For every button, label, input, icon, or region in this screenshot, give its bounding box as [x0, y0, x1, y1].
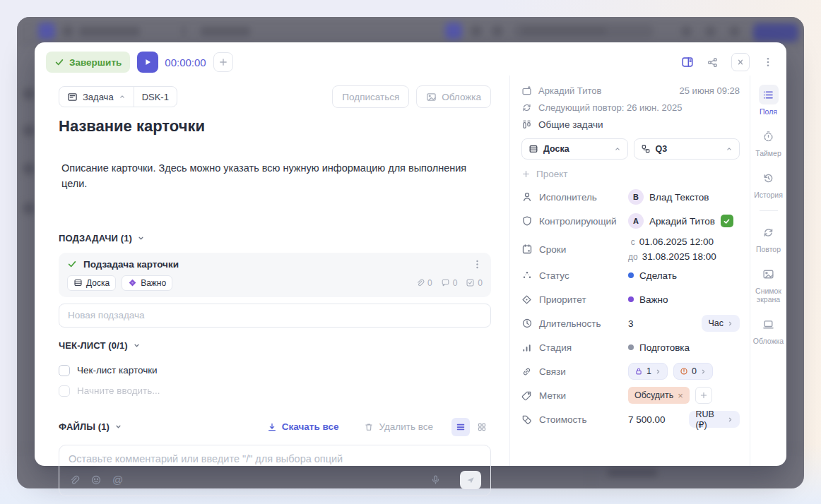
card-description[interactable]: Описание карточки. Здесь можно указать в… [59, 161, 491, 192]
modal-toolbar: Завершить 00:00:00 [35, 42, 786, 73]
currency-label: RUB (₽) [695, 409, 723, 430]
delete-all-label: Удалить все [379, 421, 433, 432]
subtask-board-tag[interactable]: Доска [67, 275, 116, 291]
status-value[interactable]: Сделать [628, 270, 677, 281]
priority-label: Приоритет [539, 294, 628, 305]
tab-repeat[interactable]: Повтор [750, 222, 786, 253]
duration-label: Длительность [539, 318, 628, 329]
subtask-top-row: Подзадача карточки [67, 259, 483, 270]
priority-value[interactable]: Важно [628, 294, 668, 305]
blocked-links-pill[interactable]: 0 [673, 363, 713, 380]
sprint-select[interactable]: Q3 [634, 138, 740, 160]
subtask-more-icon[interactable] [472, 259, 483, 270]
duration-unit-select[interactable]: Час [702, 315, 740, 332]
card-sidebar: Аркадий Титов 25 июня 09:28 Следующий по… [509, 76, 786, 466]
date-from-prefix: с [631, 237, 635, 247]
card-title[interactable]: Название карточки [59, 117, 491, 136]
subtask-item[interactable]: Подзадача карточки Доска [59, 253, 491, 297]
card-content: Задача DSK-1 Подписаться Обложка [35, 76, 509, 466]
subtasks-section-header[interactable]: ПОДЗАДАЧИ (1) [59, 233, 491, 244]
emoji-icon[interactable] [90, 474, 102, 486]
card-fields: Аркадий Титов 25 июня 09:28 Следующий по… [510, 76, 750, 466]
cover-button[interactable]: Обложка [416, 85, 491, 108]
chevron-right-icon [700, 368, 707, 375]
checkbox-unchecked[interactable] [59, 365, 70, 376]
creator-name[interactable]: Аркадий Титов [538, 85, 601, 96]
attach-file-icon[interactable] [69, 474, 80, 486]
mention-icon[interactable]: @ [112, 474, 123, 485]
share-icon[interactable] [707, 56, 719, 68]
timer-play-button[interactable] [137, 52, 158, 73]
subscribe-label: Подписаться [342, 92, 399, 102]
delete-all-button[interactable]: Удалить все [364, 421, 433, 432]
tab-fields[interactable]: Поля [750, 85, 786, 116]
comment-composer[interactable]: @ [59, 445, 491, 496]
files-section-header[interactable]: ФАЙЛЫ (1) [59, 421, 122, 432]
add-project-button[interactable]: Проект [521, 169, 740, 179]
assignee-value[interactable]: В Влад Текстов [628, 189, 709, 205]
warning-icon [680, 367, 688, 376]
check-icon [54, 57, 64, 67]
remove-label-icon[interactable]: × [678, 390, 683, 401]
card-type-select[interactable]: Задача [59, 87, 134, 107]
field-dates: Сроки с 01.06.2025 12:00 до 31.08.2025 1… [521, 236, 740, 262]
microphone-icon[interactable] [430, 474, 441, 485]
cover-icon [759, 314, 779, 334]
dates-value[interactable]: с 01.06.2025 12:00 до 31.08.2025 18:00 [628, 236, 716, 262]
date-to-value: 31.08.2025 18:00 [642, 251, 716, 262]
side-panel-toggle-icon[interactable] [681, 56, 694, 68]
add-timer-button[interactable] [213, 52, 233, 72]
comment-toolbar: @ [69, 471, 481, 489]
subtask-priority-tag[interactable]: Важно [122, 275, 172, 291]
repeat-icon [521, 102, 532, 113]
send-comment-button[interactable] [460, 471, 481, 489]
subscribe-button[interactable]: Подписаться [332, 85, 409, 108]
stats-bars-icon [521, 342, 533, 353]
download-all-button[interactable]: Скачать все [267, 421, 339, 432]
tab-timer[interactable]: Таймер [750, 126, 786, 157]
board-select[interactable]: Доска [521, 138, 628, 160]
card-id[interactable]: DSK-1 [134, 87, 177, 107]
space-row[interactable]: Общие задачи [521, 119, 740, 130]
list-view-icon[interactable] [451, 418, 470, 436]
card-modal: Завершить 00:00:00 [35, 42, 786, 466]
timer-icon [759, 126, 779, 146]
subtask-priority-tag-label: Важно [141, 278, 166, 288]
new-subtask-input[interactable] [59, 304, 491, 328]
stage-value[interactable]: Подготовка [628, 342, 690, 353]
complete-button[interactable]: Завершить [46, 52, 130, 73]
tab-screenshot[interactable]: Снимок экрана [750, 264, 786, 304]
date-to[interactable]: до 31.08.2025 18:00 [628, 251, 716, 262]
tab-cover[interactable]: Обложка [750, 314, 786, 345]
timer-value: 00:00:00 [165, 56, 206, 68]
checklist-new-placeholder: Начните вводить... [77, 385, 160, 396]
more-menu-icon[interactable] [762, 56, 774, 68]
next-repeat-row: Следующий повтор: 26 июн. 2025 [521, 102, 740, 113]
field-stage: Стадия Подготовка [521, 339, 740, 356]
checklist-new-item[interactable]: Начните вводить... [59, 385, 491, 397]
currency-select[interactable]: RUB (₽) [689, 411, 740, 428]
duration-number[interactable]: 3 [628, 318, 673, 329]
comment-input[interactable] [69, 453, 481, 464]
collapse-icon[interactable] [731, 53, 750, 71]
grid-view-icon[interactable] [473, 418, 491, 436]
tab-history[interactable]: История [750, 168, 786, 199]
add-label-button[interactable] [695, 387, 712, 404]
subtask-counters: 0 0 0 [415, 278, 483, 288]
status-label: Статус [539, 270, 628, 281]
subtask-title[interactable]: Подзадача карточки [83, 259, 466, 270]
chevron-right-icon [727, 320, 733, 327]
sprint-select-value: Q3 [656, 144, 668, 154]
files-view-toggle [451, 418, 491, 436]
card-type-label: Задача [83, 92, 114, 102]
chevron-up-icon [726, 145, 733, 152]
subtask-check-icon[interactable] [67, 259, 77, 269]
cost-amount[interactable]: 7 500.00 [628, 414, 683, 425]
board-select-value: Доска [543, 144, 569, 154]
locked-links-pill[interactable]: 1 [628, 363, 668, 380]
supervisor-value[interactable]: А Аркадий Титов [628, 213, 733, 229]
date-from[interactable]: с 01.06.2025 12:00 [631, 236, 714, 247]
label-chip[interactable]: Обсудить × [628, 387, 690, 404]
checklist-section-header[interactable]: ЧЕК-ЛИСТ (0/1) [59, 340, 491, 351]
checklist-item[interactable]: Чек-лист карточки [59, 365, 491, 376]
